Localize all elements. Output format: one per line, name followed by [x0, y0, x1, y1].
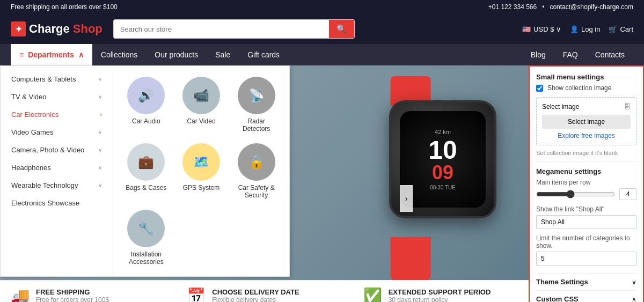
right-panel: Small menu settings Show collection imag…: [529, 65, 644, 302]
cat-installation-img: 🔧: [127, 210, 165, 247]
bottom-support: ✅ EXTENDED SUPPORT PERIOD 30 days return…: [363, 287, 518, 302]
cat-car-video-label: Car Video: [187, 117, 215, 125]
phone-number: +01 122 334 566: [488, 3, 537, 11]
sidebar-item-tv[interactable]: TV & Video ∨: [1, 88, 113, 106]
logo[interactable]: ✦ ChargeShop: [11, 21, 103, 36]
categories-label: Limit the number of categories to show.: [536, 234, 636, 249]
shipping-icon: 🚚: [11, 287, 30, 302]
cat-bags[interactable]: 💼 Bags & Cases: [121, 141, 171, 202]
currency-label: USD $ ∨: [533, 25, 561, 33]
departments-label: Departments: [28, 50, 74, 59]
dropdown-sidebar: Computers & Tablets ∨ TV & Video ∨ Car E…: [1, 66, 113, 276]
logo-charge: Charge: [29, 22, 70, 36]
cat-car-audio[interactable]: 🔊 Car Audio: [121, 74, 171, 135]
theme-settings-row[interactable]: Theme Settings ∨: [536, 273, 636, 290]
chevron-up-icon: ∧: [632, 296, 636, 303]
show-collection-label: Show collection image: [547, 84, 611, 92]
support-title: EXTENDED SUPPORT PERIOD: [389, 288, 491, 296]
chevron-up-icon: ∧: [78, 50, 84, 59]
cat-safety[interactable]: 🔒 Car Safety & Security: [231, 141, 281, 202]
select-image-area: Select image 🗄 Select image Explore free…: [536, 97, 636, 145]
login-button[interactable]: 👤 Log in: [570, 25, 600, 33]
shop-all-label: Show the link "Shop All": [536, 205, 636, 213]
delivery-title: CHOOSE DELIVERY DATE: [212, 288, 299, 296]
nav-collections[interactable]: Collections: [92, 44, 146, 65]
explore-free-images-link[interactable]: Explore free images: [542, 132, 631, 139]
cat-radar-label: Radar Detectors: [234, 117, 279, 132]
items-per-row-slider[interactable]: [536, 190, 615, 198]
nav-contacts[interactable]: Contacts: [587, 44, 633, 65]
hero-watch-container: 42 km 10 09 08·30 TUE: [357, 76, 464, 280]
cat-installation-label: Installation Accessories: [124, 251, 169, 266]
chevron-camera: ∨: [98, 147, 102, 153]
cat-gps-label: GPS System: [183, 184, 220, 191]
cart-label: Cart: [620, 25, 633, 33]
sidebar-item-games[interactable]: Video Games ∨: [1, 123, 113, 141]
megamenu-title: Megamenu settings: [536, 167, 636, 175]
chevron-computers: ∨: [98, 76, 102, 82]
cat-bags-label: Bags & Cases: [126, 184, 166, 191]
departments-dropdown: Computers & Tablets ∨ TV & Video ∨ Car E…: [0, 65, 290, 277]
bottom-delivery: 📅 CHOOSE DELIVERY DATE Flexible delivery…: [187, 287, 341, 302]
logo-shop: Shop: [73, 22, 103, 36]
sidebar-item-wearable[interactable]: Wearable Technology ∨: [1, 176, 113, 194]
chevron-car: ›: [100, 112, 102, 117]
cat-radar[interactable]: 📡 Radar Detectors: [231, 74, 281, 135]
shipping-sub: Free for orders over 100$: [36, 296, 109, 302]
hero-next-button[interactable]: ›: [400, 185, 413, 212]
cart-button[interactable]: 🛒 Cart: [609, 25, 633, 33]
nav-faq[interactable]: FAQ: [554, 44, 587, 65]
contact-info: +01 122 334 566 • contact@shopify-charge…: [488, 3, 633, 11]
chevron-wearable: ∨: [98, 182, 102, 188]
sidebar-item-camera[interactable]: Camera, Photo & Video ∨: [1, 141, 113, 159]
select-image-button[interactable]: Select image: [542, 115, 631, 129]
delivery-sub: Flexible delivery dates: [212, 296, 299, 302]
cat-radar-img: 📡: [238, 77, 275, 114]
delivery-icon: 📅: [187, 287, 206, 302]
blank-hint: Set collection image if it's blank: [536, 150, 636, 156]
sidebar-item-headphones[interactable]: Headphones ∨: [1, 159, 113, 176]
bottom-bar: 🚚 FREE SHIPPING Free for orders over 100…: [0, 280, 529, 302]
sidebar-item-electronics[interactable]: Electronics Showcase: [1, 194, 113, 212]
cat-car-audio-label: Car Audio: [132, 117, 160, 125]
support-icon: ✅: [363, 287, 382, 302]
database-icon: 🗄: [624, 103, 631, 111]
dropdown-categories: 🔊 Car Audio 📹 Car Video 📡 Radar Detector…: [113, 66, 289, 276]
select-image-heading: Select image: [542, 103, 579, 111]
currency-selector[interactable]: 🇺🇸 USD $ ∨: [522, 25, 561, 33]
cat-car-video[interactable]: 📹 Car Video: [177, 74, 226, 135]
cat-safety-label: Car Safety & Security: [234, 184, 279, 199]
cat-car-audio-img: 🔊: [127, 77, 165, 114]
departments-button[interactable]: ≡ Departments ∧: [11, 44, 92, 65]
chevron-headphones: ∨: [98, 165, 102, 171]
separator: •: [542, 3, 544, 11]
user-icon: 👤: [570, 25, 579, 33]
cat-bags-img: 💼: [127, 143, 165, 181]
search-input[interactable]: [114, 20, 329, 38]
chevron-down-icon: ∨: [632, 278, 636, 286]
nav-sale[interactable]: Sale: [207, 44, 239, 65]
logo-icon: ✦: [11, 21, 26, 36]
cat-car-video-img: 📹: [182, 77, 220, 114]
cat-gps[interactable]: 🗺️ GPS System: [177, 141, 226, 202]
custom-css-row[interactable]: Custom CSS ∧: [536, 290, 636, 302]
chevron-games: ∨: [98, 129, 102, 135]
login-label: Log in: [581, 25, 600, 33]
theme-settings-label: Theme Settings: [536, 278, 588, 286]
cat-installation[interactable]: 🔧 Installation Accessories: [121, 207, 171, 268]
sidebar-item-computers[interactable]: Computers & Tablets ∨: [1, 70, 113, 88]
nav-our-products[interactable]: Our products: [146, 44, 207, 65]
show-collection-checkbox[interactable]: [536, 85, 543, 92]
bottom-support-text: EXTENDED SUPPORT PERIOD 30 days return p…: [389, 288, 491, 302]
show-collection-row: Show collection image: [536, 84, 636, 92]
sidebar-item-car[interactable]: Car Electronics ›: [1, 106, 113, 123]
nav-gift-cards[interactable]: Gift cards: [239, 44, 288, 65]
content-area: Computers & Tablets ∨ TV & Video ∨ Car E…: [0, 65, 529, 302]
nav-blog[interactable]: Blog: [522, 44, 554, 65]
main-area: Computers & Tablets ∨ TV & Video ∨ Car E…: [0, 65, 644, 302]
cart-icon: 🛒: [609, 25, 617, 33]
search-button[interactable]: 🔍: [329, 20, 354, 38]
categories-input[interactable]: [536, 252, 636, 266]
bottom-shipping-text: FREE SHIPPING Free for orders over 100$: [36, 288, 109, 302]
shop-all-input[interactable]: [536, 215, 636, 229]
